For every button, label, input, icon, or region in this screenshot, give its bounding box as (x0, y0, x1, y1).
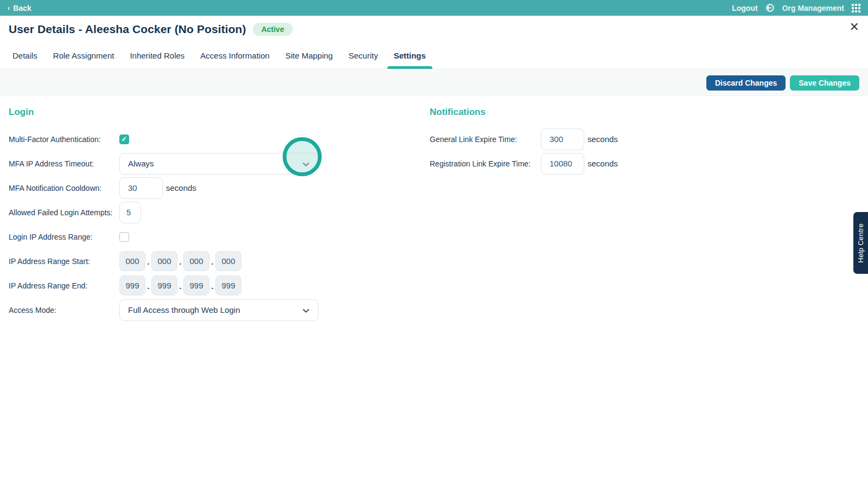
ip-start-octet-1[interactable] (119, 251, 145, 271)
ip-start-group: . . . (119, 251, 241, 271)
back-label: Back (13, 4, 31, 12)
general-expire-input[interactable] (541, 129, 584, 150)
access-mode-row: Access Mode: Full Access through Web Log… (9, 298, 388, 322)
mfa-row: Multi-Factor Authentication: (9, 127, 388, 151)
ip-dot: . (145, 258, 151, 271)
notifications-section-title: Notifications (430, 107, 733, 118)
mfa-label: Multi-Factor Authentication: (9, 135, 119, 144)
help-centre-label: Help Centre (857, 223, 865, 263)
actions-toolbar: Discard Changes Save Changes (0, 70, 868, 96)
tab-label: Settings (394, 51, 426, 60)
ip-range-row: Login IP Address Range: (9, 224, 388, 249)
failed-attempts-input[interactable] (119, 202, 141, 223)
chevron-down-icon (302, 160, 310, 169)
ip-dot: . (145, 282, 151, 296)
registration-expire-row: Registration Link Expire Time: seconds (430, 151, 733, 176)
ip-end-octet-2[interactable] (151, 275, 177, 296)
tab-settings[interactable]: Settings (387, 42, 432, 69)
mfa-timeout-label: MFA IP Address Timeout: (9, 159, 119, 168)
access-mode-label: Access Mode: (9, 306, 119, 314)
ip-start-row: IP Address Range Start: . . . (9, 249, 388, 273)
tab-security[interactable]: Security (342, 42, 384, 69)
tab-label: Role Assignment (53, 51, 114, 60)
ip-start-octet-4[interactable] (215, 251, 241, 271)
tab-site-mapping[interactable]: Site Mapping (279, 42, 340, 69)
page-header: User Details - Aleesha Cocker (No Positi… (0, 16, 868, 42)
ip-dot: . (209, 282, 215, 296)
failed-attempts-label: Allowed Failed Login Attempts: (9, 208, 119, 217)
discard-changes-button[interactable]: Discard Changes (706, 75, 786, 91)
chevron-down-icon (302, 306, 310, 315)
ip-range-label: Login IP Address Range: (9, 233, 119, 241)
tab-label: Inherited Roles (130, 51, 184, 60)
notifications-section: Notifications General Link Expire Time: … (430, 107, 733, 176)
ip-end-row: IP Address Range End: . . . (9, 273, 388, 298)
tab-bar: Details Role Assignment Inherited Roles … (0, 42, 868, 69)
tab-label: Access Information (200, 51, 270, 60)
ip-end-label: IP Address Range End: (9, 281, 119, 290)
mfa-timeout-value: Always (128, 159, 154, 168)
help-centre-tab[interactable]: Help Centre (853, 212, 868, 274)
access-mode-value: Full Access through Web Login (128, 305, 240, 314)
mfa-timeout-select[interactable]: Always (119, 153, 318, 175)
logout-icon[interactable] (765, 3, 775, 12)
general-expire-label: General Link Expire Time: (430, 135, 541, 144)
ip-end-octet-3[interactable] (183, 275, 209, 296)
mfa-checkbox[interactable] (119, 134, 129, 144)
ip-dot: . (177, 258, 183, 271)
mfa-cooldown-input[interactable] (119, 177, 163, 199)
tab-inherited-roles[interactable]: Inherited Roles (123, 42, 191, 69)
tab-label: Details (12, 51, 37, 60)
ip-end-group: . . . (119, 275, 241, 296)
general-expire-unit: seconds (588, 134, 618, 144)
registration-expire-label: Registration Link Expire Time: (430, 159, 541, 168)
ip-start-octet-2[interactable] (151, 251, 177, 271)
mfa-timeout-row: MFA IP Address Timeout: Always (9, 151, 388, 176)
top-navigation-bar: ‹ Back Logout Org Management (0, 0, 868, 16)
tab-access-information[interactable]: Access Information (194, 42, 276, 69)
ip-start-label: IP Address Range Start: (9, 257, 119, 266)
page-title: User Details - Aleesha Cocker (No Positi… (9, 23, 246, 36)
ip-dot: . (177, 282, 183, 296)
status-badge: Active (253, 23, 293, 36)
registration-expire-input[interactable] (541, 153, 584, 175)
ip-range-checkbox[interactable] (119, 232, 129, 242)
apps-grid-icon[interactable] (852, 4, 860, 12)
failed-attempts-row: Allowed Failed Login Attempts: (9, 200, 388, 224)
registration-expire-unit: seconds (588, 159, 618, 168)
mfa-cooldown-row: MFA Notification Cooldown: seconds (9, 176, 388, 200)
settings-content: Login Multi-Factor Authentication: MFA I… (0, 96, 868, 488)
back-button[interactable]: ‹ Back (8, 4, 31, 12)
ip-dot: . (209, 258, 215, 271)
close-icon[interactable]: ✕ (850, 21, 859, 33)
tab-details[interactable]: Details (6, 42, 44, 69)
ip-end-octet-4[interactable] (215, 275, 241, 296)
tab-role-assignment[interactable]: Role Assignment (47, 42, 121, 69)
tab-label: Site Mapping (285, 51, 333, 60)
logout-button[interactable]: Logout (732, 4, 757, 12)
org-management-link[interactable]: Org Management (782, 4, 844, 12)
mfa-cooldown-label: MFA Notification Cooldown: (9, 184, 119, 192)
tab-label: Security (348, 51, 378, 60)
ip-start-octet-3[interactable] (183, 251, 209, 271)
login-section-title: Login (9, 107, 388, 118)
save-changes-button[interactable]: Save Changes (790, 75, 859, 91)
general-expire-row: General Link Expire Time: seconds (430, 127, 733, 151)
ip-end-octet-1[interactable] (119, 275, 145, 296)
login-section: Login Multi-Factor Authentication: MFA I… (9, 107, 388, 322)
back-chevron-icon: ‹ (8, 4, 10, 12)
access-mode-select[interactable]: Full Access through Web Login (119, 299, 318, 321)
mfa-cooldown-unit: seconds (166, 183, 196, 192)
